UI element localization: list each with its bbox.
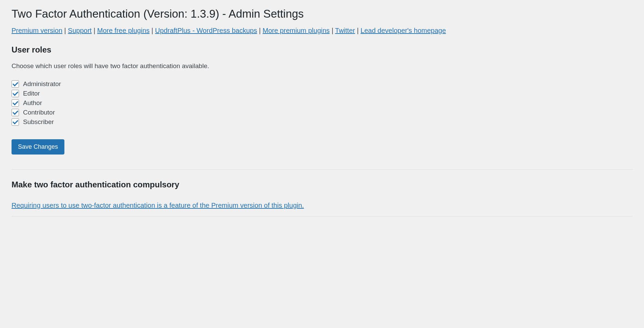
separator: | bbox=[330, 27, 335, 34]
role-contributor-label[interactable]: Contributor bbox=[23, 109, 55, 116]
link-more-free-plugins[interactable]: More free plugins bbox=[97, 27, 150, 34]
separator: | bbox=[62, 27, 68, 34]
compulsory-premium-link[interactable]: Requiring users to use two-factor authen… bbox=[12, 202, 304, 209]
role-subscriber-checkbox[interactable] bbox=[12, 118, 19, 126]
user-roles-heading: User roles bbox=[12, 45, 632, 55]
role-editor-label[interactable]: Editor bbox=[23, 90, 40, 97]
link-premium-version[interactable]: Premium version bbox=[12, 27, 62, 34]
role-contributor-checkbox[interactable] bbox=[12, 109, 19, 116]
role-subscriber-label[interactable]: Subscriber bbox=[23, 118, 54, 126]
role-administrator-checkbox[interactable] bbox=[12, 80, 19, 88]
separator: | bbox=[92, 27, 97, 34]
role-administrator-label[interactable]: Administrator bbox=[23, 80, 61, 88]
user-roles-list: Administrator Editor Author Contributor … bbox=[12, 80, 632, 126]
link-twitter[interactable]: Twitter bbox=[335, 27, 355, 34]
compulsory-section: Make two factor authentication compulsor… bbox=[12, 180, 632, 217]
page-title: Two Factor Authentication (Version: 1.3.… bbox=[12, 7, 632, 21]
role-author-row: Author bbox=[12, 99, 632, 107]
separator: | bbox=[257, 27, 262, 34]
link-updraftplus[interactable]: UpdraftPlus - WordPress backups bbox=[155, 27, 257, 34]
role-contributor-row: Contributor bbox=[12, 109, 632, 116]
link-lead-developer[interactable]: Lead developer's homepage bbox=[361, 27, 446, 34]
role-author-checkbox[interactable] bbox=[12, 99, 19, 107]
header-links: Premium version | Support | More free pl… bbox=[12, 25, 632, 36]
role-administrator-row: Administrator bbox=[12, 80, 632, 88]
section-divider bbox=[12, 169, 632, 170]
role-subscriber-row: Subscriber bbox=[12, 118, 632, 126]
save-changes-button[interactable]: Save Changes bbox=[12, 139, 64, 155]
link-more-premium-plugins[interactable]: More premium plugins bbox=[263, 27, 330, 34]
role-editor-checkbox[interactable] bbox=[12, 90, 19, 97]
compulsory-heading: Make two factor authentication compulsor… bbox=[12, 180, 632, 189]
role-author-label[interactable]: Author bbox=[23, 99, 42, 107]
separator: | bbox=[149, 27, 155, 34]
role-editor-row: Editor bbox=[12, 90, 632, 97]
link-support[interactable]: Support bbox=[68, 27, 92, 34]
user-roles-description: Choose which user roles will have two fa… bbox=[12, 61, 632, 71]
separator: | bbox=[355, 27, 360, 34]
